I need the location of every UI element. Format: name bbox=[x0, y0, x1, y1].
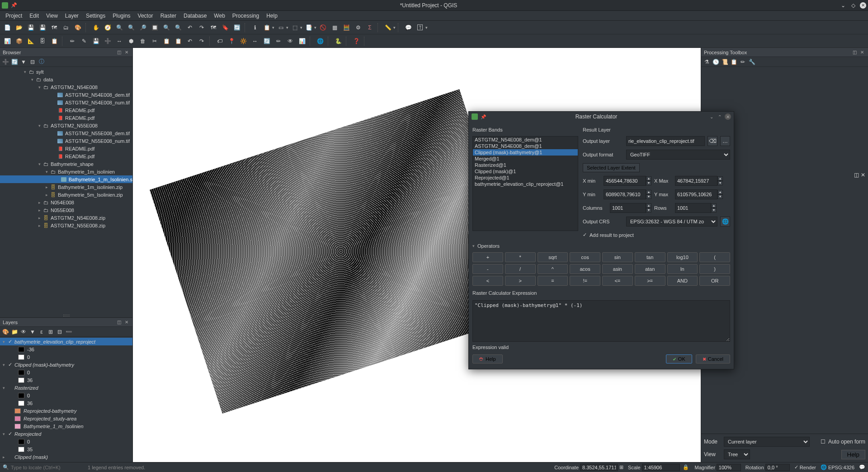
deselect-icon[interactable]: ⬚ bbox=[289, 22, 300, 33]
layer-legend-item[interactable]: 36 bbox=[0, 376, 132, 384]
operator-button[interactable]: log10 bbox=[667, 252, 698, 262]
raster-band-item[interactable]: ASTGTM2_N54E008_dem@1 bbox=[473, 143, 578, 149]
move-feature-icon[interactable]: ↔ bbox=[114, 36, 125, 47]
script-icon[interactable]: 📜 bbox=[721, 58, 728, 66]
operator-button[interactable]: < bbox=[472, 276, 503, 286]
rotation-input[interactable] bbox=[765, 464, 790, 471]
browser-item[interactable]: 📕README.pdf bbox=[0, 152, 132, 160]
checkbox-checked-icon[interactable]: ✓ bbox=[794, 464, 798, 470]
remove-layer-icon[interactable]: ➖ bbox=[65, 328, 72, 335]
identify-icon[interactable]: ℹ bbox=[250, 22, 260, 33]
zoom-in-icon[interactable]: 🔍 bbox=[114, 22, 125, 33]
cut-features-icon[interactable]: ✂ bbox=[149, 36, 160, 47]
layer-item[interactable]: ▾✓Reprojected bbox=[0, 430, 132, 438]
spin-down-icon[interactable]: ▼ bbox=[717, 181, 723, 185]
layer-item[interactable]: Reprojected_study-area bbox=[0, 415, 132, 422]
spin-down-icon[interactable]: ▼ bbox=[711, 208, 717, 212]
spin-up-icon[interactable]: ▲ bbox=[646, 176, 651, 181]
expand-all-icon[interactable]: ⊞ bbox=[47, 328, 54, 335]
xmax-input[interactable] bbox=[675, 176, 717, 186]
open-project-icon[interactable]: 📂 bbox=[14, 22, 24, 33]
dropdown-icon[interactable]: ▾ bbox=[425, 25, 428, 30]
operator-button[interactable]: OR bbox=[699, 276, 730, 286]
operator-button[interactable]: sin bbox=[602, 252, 633, 262]
spin-up-icon[interactable]: ▲ bbox=[711, 203, 717, 208]
paste-features-icon[interactable]: 📋 bbox=[173, 36, 184, 47]
menu-processing[interactable]: Processing bbox=[229, 12, 263, 20]
browser-item[interactable]: 📕README.pdf bbox=[0, 114, 132, 122]
spin-up-icon[interactable]: ▲ bbox=[717, 176, 723, 181]
operator-button[interactable]: <= bbox=[602, 276, 633, 286]
panel-close-icon[interactable]: ✕ bbox=[123, 49, 130, 56]
options-icon[interactable]: 🔧 bbox=[748, 58, 755, 66]
map-canvas[interactable]: 📌 Raster Calculator ⌄ ⌃ ✕ Raster Bands A… bbox=[133, 48, 701, 462]
xmin-input[interactable] bbox=[604, 176, 646, 186]
processing-toolbox-icon[interactable]: ⚙ bbox=[353, 22, 363, 33]
properties-icon[interactable]: ⓘ bbox=[38, 58, 45, 66]
crs-picker-icon[interactable]: 🌐 bbox=[720, 217, 730, 227]
browser-item[interactable]: ▾🗀Bathymetrie_shape bbox=[0, 160, 132, 168]
operator-button[interactable]: ln bbox=[667, 264, 698, 274]
magnifier-input[interactable] bbox=[717, 464, 741, 471]
model-icon[interactable]: ⚗ bbox=[703, 58, 710, 66]
layer-legend-item[interactable]: 36 bbox=[0, 399, 132, 407]
text-annotation-icon[interactable]: 🅃 bbox=[415, 22, 425, 33]
help-button[interactable]: ⛑Help bbox=[472, 354, 503, 363]
open-data-source-icon[interactable]: 📊 bbox=[2, 36, 13, 47]
menu-edit[interactable]: Edit bbox=[26, 12, 42, 20]
label-pin-icon[interactable]: 📍 bbox=[226, 36, 237, 47]
raster-bands-list[interactable]: ASTGTM2_N54E008_dem@1ASTGTM2_N54E008_dem… bbox=[472, 136, 578, 231]
raster-band-item[interactable]: Clipped (mask)-bathymetry@1 bbox=[473, 149, 578, 156]
map-tips-icon[interactable]: 💬 bbox=[403, 22, 414, 33]
layer-style-icon[interactable]: 🎨 bbox=[2, 328, 9, 335]
results-icon[interactable]: 📋 bbox=[730, 58, 737, 66]
browser-item[interactable]: ▸🗄Bathymetrie_1m_isolinien.zip bbox=[0, 183, 132, 191]
browser-item[interactable]: ▸🗄ASTGTM2_N55E008.zip bbox=[0, 222, 132, 229]
panel-close-icon[interactable]: ✕ bbox=[123, 319, 130, 326]
menu-web[interactable]: Web bbox=[210, 12, 228, 20]
operator-button[interactable]: asin bbox=[602, 264, 633, 274]
browser-item[interactable]: ASTGTM2_N55E008_num.tif bbox=[0, 137, 132, 145]
help-icon[interactable]: ❓ bbox=[351, 36, 362, 47]
label-move-icon[interactable]: ↔ bbox=[250, 36, 260, 47]
toggle-editing-icon[interactable]: ✎ bbox=[79, 36, 90, 47]
delete-selected-icon[interactable]: 🗑 bbox=[137, 36, 148, 47]
operator-button[interactable]: tan bbox=[635, 252, 665, 262]
filter-legend-icon[interactable]: ▼ bbox=[29, 328, 36, 335]
expression-textarea[interactable] bbox=[472, 300, 730, 342]
layer-item[interactable]: Reprojected-bathymetry bbox=[0, 407, 132, 415]
pin-icon[interactable]: 📌 bbox=[481, 114, 486, 119]
open-attr-table-icon[interactable]: ▦ bbox=[329, 22, 340, 33]
operator-button[interactable]: > bbox=[505, 276, 536, 286]
new-map-view-icon[interactable]: 🗺 bbox=[208, 22, 219, 33]
add-group-icon[interactable]: 📁 bbox=[11, 328, 18, 335]
browser-item[interactable]: 📕README.pdf bbox=[0, 106, 132, 114]
manage-visibility-icon[interactable]: 👁 bbox=[20, 328, 27, 335]
panel-dock-icon[interactable]: ◫ bbox=[854, 172, 859, 178]
copy-features-icon[interactable]: 📋 bbox=[161, 36, 172, 47]
output-layer-input[interactable] bbox=[626, 136, 705, 146]
layer-legend-item[interactable]: 0 bbox=[0, 438, 132, 445]
mode-select[interactable]: Current layer bbox=[724, 437, 810, 447]
browser-item[interactable]: ▾🗀ASTGTM2_N54E008 bbox=[0, 83, 132, 91]
layer-legend-item[interactable]: 0 bbox=[0, 368, 132, 376]
measure-icon[interactable]: 📏 bbox=[382, 22, 393, 33]
select-action-icon[interactable]: 📋 bbox=[261, 22, 272, 33]
panel-dock-icon[interactable]: ◫ bbox=[116, 49, 122, 56]
python-console-icon[interactable]: 🐍 bbox=[333, 36, 344, 47]
browser-item[interactable]: ▾🗀ASTGTM2_N55E008 bbox=[0, 122, 132, 129]
refresh-icon[interactable]: 🔄 bbox=[231, 22, 242, 33]
zoom-next-icon[interactable]: ↷ bbox=[196, 22, 207, 33]
raster-band-item[interactable]: Rasterized@1 bbox=[473, 162, 578, 168]
dropdown-icon[interactable]: ▾ bbox=[393, 25, 396, 30]
spin-down-icon[interactable]: ▼ bbox=[646, 194, 651, 199]
operator-button[interactable]: * bbox=[505, 252, 536, 262]
layer-item[interactable]: ▾✓Clipped (mask)-bathymetry bbox=[0, 361, 132, 368]
dropdown-icon[interactable]: ▾ bbox=[272, 25, 274, 30]
clear-icon[interactable]: ⌫ bbox=[708, 136, 717, 146]
add-feature-icon[interactable]: ➕ bbox=[102, 36, 113, 47]
new-spatialite-icon[interactable]: 🗄 bbox=[37, 36, 48, 47]
help-button[interactable]: Help bbox=[841, 450, 865, 459]
undo-icon[interactable]: ↶ bbox=[184, 36, 195, 47]
save-layer-edits-icon[interactable]: 💾 bbox=[90, 36, 101, 47]
